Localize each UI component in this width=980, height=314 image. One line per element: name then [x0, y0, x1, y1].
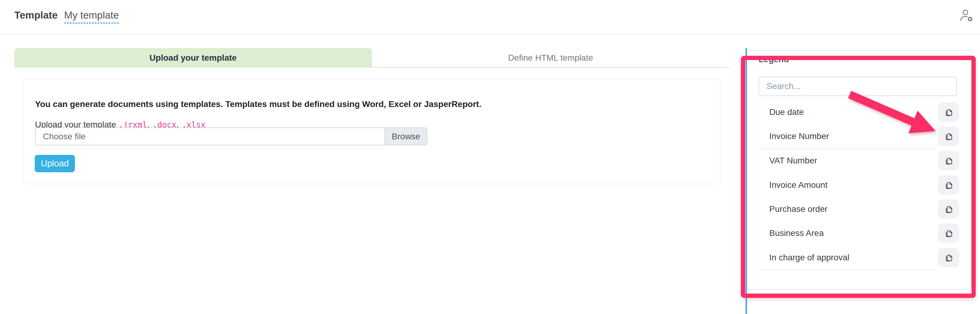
legend-item-label: VAT Number	[769, 148, 817, 173]
legend-row: Purchase order	[746, 197, 972, 222]
file-placeholder: Choose file	[43, 128, 86, 145]
legend-row: Business Area	[746, 221, 972, 245]
legend-row: Due date	[746, 100, 972, 124]
page-title-label: Template	[14, 10, 57, 21]
divider	[759, 270, 935, 270]
guide-line	[746, 48, 747, 314]
tab-define-html-template[interactable]: Define HTML template	[372, 48, 729, 68]
copy-button[interactable]	[938, 175, 959, 195]
copy-button[interactable]	[938, 199, 959, 219]
page-title: Template My template	[14, 9, 119, 21]
page: Template My template Upload your templat…	[0, 0, 980, 314]
legend-row: In charge of approval	[746, 245, 972, 270]
legend-panel: Legend Due date Invoice Number VAT Numbe…	[746, 50, 972, 290]
legend-item-label: Business Area	[769, 221, 824, 245]
copy-button[interactable]	[938, 223, 959, 243]
copy-button[interactable]	[938, 102, 959, 122]
tab-upload-your-template[interactable]: Upload your template	[14, 48, 372, 68]
copy-icon	[944, 180, 953, 190]
legend-item-label: In charge of approval	[769, 245, 850, 270]
browse-button[interactable]: Browse	[385, 128, 426, 145]
user-settings-icon[interactable]	[959, 8, 973, 22]
copy-icon	[944, 131, 953, 141]
legend-item-label: Invoice Amount	[769, 173, 827, 197]
copy-icon	[944, 253, 953, 263]
file-input[interactable]: Choose file Browse	[35, 128, 427, 145]
legend-item-label: Invoice Number	[769, 124, 829, 148]
app-header: Template My template	[0, 0, 980, 34]
legend-item-label: Due date	[769, 100, 804, 124]
intro-text: You can generate documents using templat…	[35, 99, 690, 110]
copy-button[interactable]	[938, 248, 959, 267]
copy-button[interactable]	[938, 151, 959, 171]
legend-row: VAT Number	[746, 148, 972, 173]
copy-icon	[944, 156, 953, 166]
template-name[interactable]: My template	[64, 10, 119, 24]
copy-icon	[944, 204, 953, 214]
upload-button[interactable]: Upload	[35, 155, 75, 172]
legend-search-input[interactable]	[759, 77, 957, 96]
copy-icon	[944, 228, 953, 238]
copy-button[interactable]	[938, 126, 959, 146]
legend-row: Invoice Number	[746, 124, 972, 148]
legend-title: Legend	[759, 54, 789, 64]
copy-icon	[944, 107, 953, 117]
legend-row: Invoice Amount	[746, 173, 972, 197]
legend-item-label: Purchase order	[769, 197, 827, 222]
